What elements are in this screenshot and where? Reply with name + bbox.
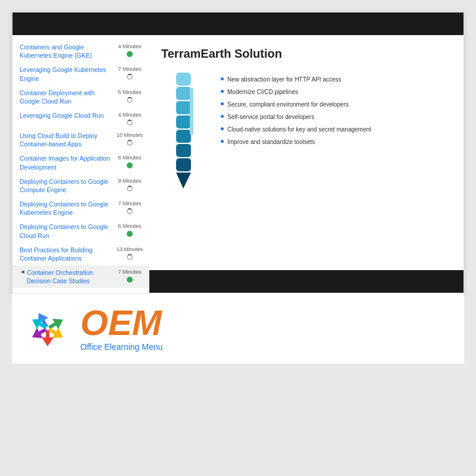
sidebar-item-meta: 4 Minutes — [115, 111, 145, 126]
oem-section: OEM Office Elearning Menu — [12, 293, 464, 364]
bullet-dot — [221, 90, 224, 93]
bullet-points: New abstraction layer for HTTP API acces… — [221, 70, 371, 146]
sidebar-item-label: Using Cloud Build to Deploy Container-ba… — [20, 131, 115, 148]
svg-marker-7 — [176, 173, 191, 189]
outer-container: Containers and Google Kubernetes Engine … — [0, 0, 476, 476]
sidebar-item-minutes: 6 Minutes — [118, 223, 141, 229]
svg-rect-2 — [176, 101, 191, 114]
svg-rect-1 — [176, 87, 191, 100]
sidebar-item-meta: 6 Minutes — [115, 154, 145, 168]
sidebar-item-meta: 5 Minutes — [115, 89, 145, 103]
bullet-point-5: Cloud-native solutions for key and secre… — [221, 126, 371, 133]
sidebar-item-minutes: 7 Minutes — [118, 201, 141, 206]
sidebar-item-label: Container Images for Application Develop… — [20, 154, 115, 171]
slide-area: TerramEarth Solution — [149, 35, 464, 270]
sidebar-item-meta: 9 Minutes — [115, 177, 145, 192]
sidebar-item-meta: 13 Minutes — [115, 246, 145, 260]
bullet-point-4: Self-service portal for developers — [221, 113, 371, 121]
top-bar — [12, 12, 464, 35]
bullet-text: Self-service portal for developers — [227, 113, 314, 121]
sidebar-item-label: Containers and Google Kubernetes Engine … — [20, 43, 115, 60]
sidebar-item-label: Leveraging Google Kubernetes Engine — [20, 65, 115, 82]
sidebar-item-minutes: 6 Minutes — [118, 155, 141, 161]
bullet-dot — [221, 127, 224, 130]
sidebar-item-meta: 4 Minutes — [115, 43, 145, 57]
sidebar-item-label: Deploying Containers to Google Kubernete… — [20, 200, 115, 217]
bullet-text: Improve and standardize toolsets — [227, 138, 315, 146]
svg-rect-6 — [176, 158, 191, 171]
status-dot-green — [127, 231, 133, 237]
oem-arrows-icon — [27, 308, 68, 349]
main-card: Containers and Google Kubernetes Engine … — [12, 12, 464, 293]
svg-rect-8 — [190, 87, 193, 135]
status-dot-spinner — [127, 97, 133, 103]
main-panel: TerramEarth Solution — [149, 35, 464, 293]
oem-logo — [27, 308, 68, 349]
status-dot-spinner — [127, 254, 133, 260]
svg-rect-5 — [176, 144, 191, 157]
oem-subtitle: Office Elearning Menu — [80, 342, 162, 352]
sidebar-item-meta: 7 Minutes — [115, 65, 145, 80]
bullet-text: New abstraction layer for HTTP API acces… — [227, 76, 342, 83]
sidebar-item-minutes: 10 Minutes — [117, 132, 143, 138]
svg-rect-3 — [176, 115, 191, 129]
sidebar-item-8[interactable]: Deploying Containers to Google Kubernete… — [12, 197, 149, 220]
bullet-point-1: New abstraction layer for HTTP API acces… — [221, 76, 371, 83]
status-dot-green — [127, 162, 133, 168]
sidebar-item-meta: 7 Minutes — [115, 200, 145, 214]
status-dot-green — [127, 277, 133, 283]
slide-visual: New abstraction layer for HTTP API acces… — [161, 70, 449, 203]
sidebar-item-minutes: 9 Minutes — [118, 178, 141, 184]
svg-rect-4 — [176, 130, 191, 143]
bottom-bar — [149, 270, 464, 293]
pen-graphic — [161, 70, 209, 203]
sidebar-item-9[interactable]: Deploying Containers to Google Cloud Run… — [12, 220, 149, 242]
sidebar-item-1[interactable]: Containers and Google Kubernetes Engine … — [12, 40, 149, 62]
sidebar-item-minutes: 5 Minutes — [118, 89, 141, 95]
svg-rect-0 — [176, 73, 191, 86]
bullet-dot — [221, 115, 224, 118]
sidebar-item-minutes: 4 Minutes — [118, 43, 141, 49]
status-dot-spinner — [127, 208, 133, 214]
sidebar-item-meta: 10 Minutes — [115, 131, 145, 146]
sidebar-item-2[interactable]: Leveraging Google Kubernetes Engine 7 Mi… — [12, 62, 149, 85]
status-dot-spinner — [127, 74, 133, 80]
sidebar-item-meta: 7 Minutes — [115, 268, 145, 283]
sidebar-item-minutes: 7 Minutes — [118, 66, 141, 72]
bullet-text: Modernize CI/CD pipelines — [227, 88, 298, 96]
status-dot-spinner — [127, 120, 133, 126]
bullet-point-2: Modernize CI/CD pipelines — [221, 88, 371, 96]
content-area: Containers and Google Kubernetes Engine … — [12, 35, 464, 293]
bullet-point-3: Secure, compliant environment for develo… — [221, 101, 371, 108]
sidebar-item-7[interactable]: Deploying Containers to Google Compute E… — [12, 174, 149, 197]
sidebar-item-11[interactable]: ◄ Container Orchestration Decision Case … — [12, 265, 149, 288]
slide-title: TerramEarth Solution — [161, 47, 449, 61]
status-dot-spinner — [127, 186, 133, 192]
sidebar-item-label: Container Deployment with Google Cloud R… — [20, 89, 115, 105]
bullet-point-6: Improve and standardize toolsets — [221, 138, 371, 146]
status-dot-green — [127, 51, 133, 57]
current-arrow-icon: ◄ — [20, 268, 26, 275]
status-dot-spinner — [127, 140, 133, 146]
sidebar-item-label: Best Practices for Building Container Ap… — [20, 246, 115, 262]
sidebar-item-minutes: 7 Minutes — [118, 269, 141, 275]
sidebar-item-10[interactable]: Best Practices for Building Container Ap… — [12, 243, 149, 265]
sidebar-item-label: Container Orchestration Decision Case St… — [27, 268, 115, 285]
bullet-dot — [221, 102, 224, 105]
sidebar-item-label: Deploying Containers to Google Compute E… — [20, 177, 115, 194]
sidebar-item-5[interactable]: Using Cloud Build to Deploy Container-ba… — [12, 129, 149, 151]
bullet-text: Secure, compliant environment for develo… — [227, 101, 349, 108]
bullet-dot — [221, 77, 224, 80]
sidebar-item-meta: 6 Minutes — [115, 223, 145, 237]
oem-text-block: OEM Office Elearning Menu — [80, 305, 162, 352]
sidebar-item-4[interactable]: Leveraging Google Cloud Run 4 Minutes — [12, 108, 149, 129]
bullet-dot — [221, 140, 224, 143]
sidebar-item-3[interactable]: Container Deployment with Google Cloud R… — [12, 86, 149, 108]
sidebar-item-minutes: 13 Minutes — [117, 246, 143, 252]
sidebar-item-minutes: 4 Minutes — [118, 112, 141, 118]
sidebar: Containers and Google Kubernetes Engine … — [12, 35, 149, 293]
bullet-text: Cloud-native solutions for key and secre… — [227, 126, 371, 133]
sidebar-item-label: Deploying Containers to Google Cloud Run — [20, 223, 115, 239]
sidebar-item-label: Leveraging Google Cloud Run — [20, 111, 115, 120]
sidebar-item-6[interactable]: Container Images for Application Develop… — [12, 151, 149, 174]
